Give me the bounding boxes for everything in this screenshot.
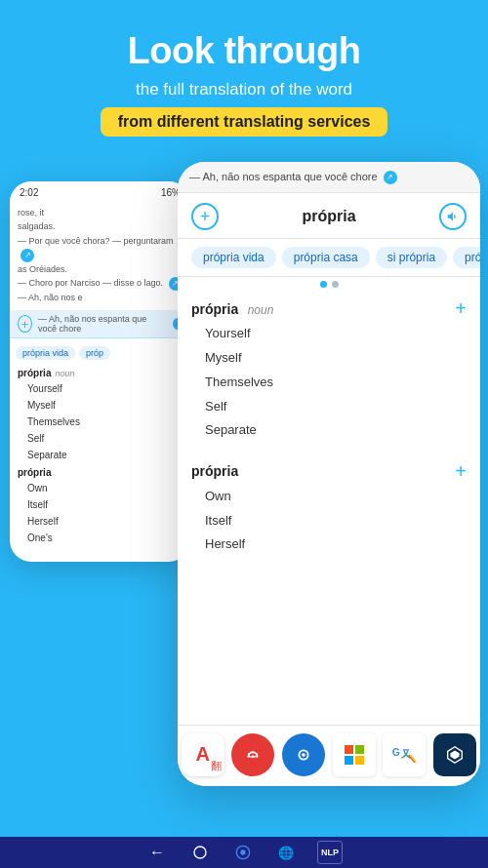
sys-back[interactable]: ← [145, 841, 169, 864]
phone-front: — Ah, não nos espanta que você chore ↗ +… [178, 162, 480, 786]
dict-entry-header-2: própria + [191, 460, 467, 483]
chip-propria-vida[interactable]: própria vida [16, 346, 75, 360]
chip-row: própria vida próp [10, 342, 190, 364]
back-meaning-2: Myself [18, 397, 183, 414]
back-meaning-5: Separate [18, 447, 183, 463]
toolbar-reverso[interactable] [231, 733, 274, 776]
dict-pos-back: noun [55, 369, 74, 378]
subheadline: the full translation of the word [20, 80, 468, 99]
svg-point-14 [240, 849, 245, 854]
svg-point-1 [252, 755, 255, 758]
reverso-icon [242, 744, 264, 766]
chip-propria-c[interactable]: própria c [453, 247, 480, 268]
meaning-myself: Myself [205, 346, 467, 371]
back-meaning-3: Themselves [18, 414, 183, 430]
sys-home[interactable] [188, 841, 212, 864]
translate-icon-front: ↗ [384, 171, 397, 184]
reading-line: rose, it salgadas. — Por que você chora?… [18, 206, 183, 304]
dict-card-header: + própria [178, 193, 480, 239]
dict-entry-word-1: própria [191, 301, 238, 317]
microsoft-icon [343, 743, 366, 767]
chip-si-propria[interactable]: si própria [376, 247, 447, 268]
dict-meanings-1: Yourself Myself Themselves Self Separate [191, 322, 467, 442]
dict-meanings-2: Own Itself Herself [191, 485, 467, 557]
dict-word-back-2: própria [18, 467, 51, 478]
phone-back-status: 2:02 16% [10, 181, 190, 200]
back-meaning-9: One's [18, 530, 183, 546]
svg-point-0 [244, 746, 262, 764]
bottom-toolbar: A 翻 [178, 725, 480, 786]
dict-plus-2[interactable]: + [455, 460, 467, 483]
back-bar-text: — Ah, não nos espanta que você chore [38, 314, 164, 334]
dict-add-button[interactable]: + [191, 203, 219, 230]
google-translate-icon: G [391, 744, 417, 766]
toolbar-lingvo[interactable] [282, 733, 325, 776]
dot-2 [332, 281, 339, 288]
dict-section: própria noun Yourself Myself Themselves … [10, 364, 190, 550]
meaning-self: Self [205, 395, 467, 419]
translate-icon: ↗ [20, 249, 34, 262]
dots-row [178, 277, 480, 290]
back-meaning-1: Yourself [18, 380, 183, 397]
headline: Look through [20, 31, 468, 72]
chip-prop[interactable]: próp [79, 346, 110, 360]
dict-card-word: própria [302, 208, 355, 225]
svg-rect-7 [345, 756, 353, 765]
sys-chrome[interactable] [231, 841, 255, 864]
back-meaning-6: Own [18, 480, 183, 496]
dict-sound-button[interactable] [439, 203, 467, 230]
highlight-banner: from different translating services [101, 107, 388, 137]
meaning-yourself: Yourself [205, 322, 467, 346]
meaning-own: Own [205, 485, 467, 509]
status-time: 2:02 [20, 187, 38, 198]
dict-plus-1[interactable]: + [455, 297, 467, 320]
toolbar-deepl[interactable] [433, 733, 476, 776]
dict-entry-1: própria noun + Yourself Myself Themselve… [178, 290, 480, 452]
svg-text:G: G [392, 746, 400, 757]
reading-area: — Ah, não nos espanta que você chore ↗ [178, 162, 480, 194]
dict-word-back: própria [18, 368, 51, 378]
svg-rect-6 [355, 745, 364, 754]
top-section: Look through the full translation of the… [0, 0, 488, 152]
dict-entry-pos-1: noun [248, 303, 274, 317]
phone-back: 2:02 16% rose, it salgadas. — Por que vo… [10, 181, 190, 562]
toolbar-google-translate[interactable]: G [383, 733, 426, 776]
phone-back-blue-bar: + — Ah, não nos espanta que você chore ↗ [10, 310, 190, 338]
sys-globe[interactable]: 🌐 [274, 841, 298, 864]
meaning-herself: Herself [205, 533, 467, 557]
dict-entry-header-1: própria noun + [191, 297, 467, 320]
reading-line-front: — Ah, não nos espanta que você chore ↗ [189, 168, 468, 186]
lingvo-icon [293, 744, 314, 766]
svg-rect-5 [345, 745, 353, 754]
svg-point-12 [194, 847, 206, 858]
dot-1 [320, 281, 327, 288]
dict-chips-row: própria vida própria casa si própria pró… [178, 239, 480, 277]
meaning-separate: Separate [205, 418, 467, 443]
dict-entry-word-2: própria [191, 463, 238, 479]
deepl-icon [444, 744, 466, 766]
sys-nlp[interactable]: NLP [317, 841, 343, 864]
back-meaning-4: Self [18, 430, 183, 447]
svg-point-4 [302, 753, 305, 757]
svg-marker-11 [451, 750, 460, 759]
back-add-btn[interactable]: + [18, 315, 32, 333]
meaning-itself: Itself [205, 509, 467, 533]
meaning-themselves: Themselves [205, 371, 467, 395]
phones-area: 2:02 16% rose, it salgadas. — Por que vo… [0, 162, 488, 806]
toolbar-abbyy[interactable]: A 翻 [182, 733, 224, 776]
back-meaning-7: Itself [18, 496, 183, 513]
chip-propria-vida-front[interactable]: própria vida [191, 247, 276, 268]
phone-back-content: rose, it salgadas. — Por que você chora?… [10, 200, 190, 310]
back-meaning-8: Herself [18, 513, 183, 530]
chip-propria-casa[interactable]: própria casa [282, 247, 370, 268]
system-bar: ← 🌐 NLP [0, 837, 488, 868]
dict-entry-2: própria + Own Itself Herself [178, 453, 480, 567]
abbyy-icon: A [196, 743, 210, 766]
svg-rect-8 [355, 756, 364, 765]
abbyy-kanji: 翻 [211, 759, 222, 773]
toolbar-microsoft[interactable] [333, 733, 376, 776]
